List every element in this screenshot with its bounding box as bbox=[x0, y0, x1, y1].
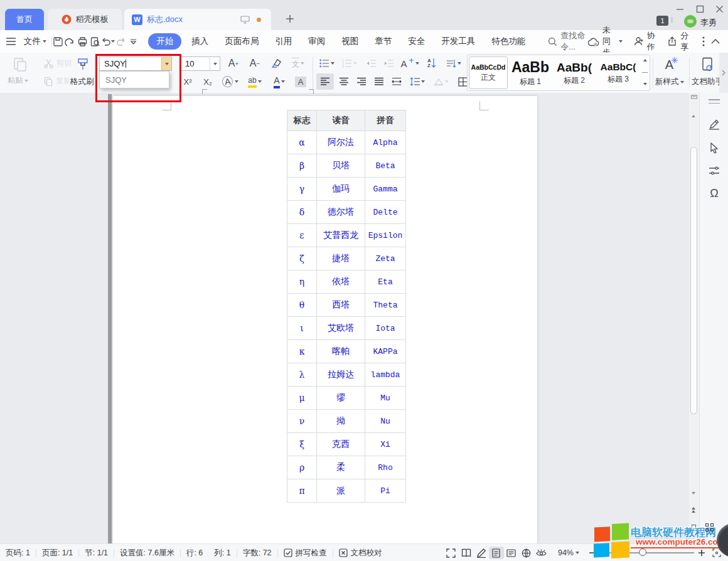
font-suggestion-item[interactable]: SJQY bbox=[100, 75, 127, 85]
font-name-dropdown-icon[interactable] bbox=[161, 57, 171, 70]
shading-icon[interactable] bbox=[431, 73, 452, 90]
reading-cell[interactable]: 德尔塔 bbox=[317, 201, 365, 224]
reading-cell[interactable]: 贝塔 bbox=[317, 154, 365, 178]
table-row[interactable]: η依塔Eta bbox=[287, 270, 406, 294]
close-button[interactable] bbox=[711, 3, 727, 14]
table-row[interactable]: λ拉姆达lambda bbox=[287, 363, 406, 387]
avatar[interactable] bbox=[684, 15, 697, 28]
reading-cell[interactable]: 伽玛 bbox=[317, 178, 365, 201]
font-size-combo[interactable]: 10 bbox=[180, 56, 220, 71]
document-page[interactable]: 标志读音拼音 α阿尔法Alphaβ贝塔Betaγ伽玛Gammaδ德尔塔Delte… bbox=[113, 96, 537, 543]
menu-tab-review[interactable]: 审阅 bbox=[302, 36, 331, 47]
sidebar-drag-handle[interactable] bbox=[709, 99, 720, 104]
vertical-scrollbar[interactable] bbox=[689, 93, 699, 543]
numbered-list-icon[interactable]: 123 bbox=[340, 55, 359, 72]
thumbnail-grid-icon[interactable] bbox=[705, 523, 715, 533]
pinyin-cell[interactable]: KAPPa bbox=[365, 340, 406, 363]
menu-tab-references[interactable]: 引用 bbox=[269, 36, 298, 47]
zoom-slider[interactable] bbox=[600, 547, 694, 559]
new-style-icon[interactable]: A bbox=[658, 55, 685, 74]
decrease-font-icon[interactable]: A− bbox=[246, 55, 264, 72]
table-row[interactable]: α阿尔法Alpha bbox=[287, 131, 406, 154]
zoom-in-icon[interactable] bbox=[694, 547, 709, 559]
align-center-icon[interactable] bbox=[335, 73, 353, 90]
reading-cell[interactable]: 捷塔 bbox=[317, 247, 365, 270]
style-heading-1[interactable]: AaBb标题 1 bbox=[509, 56, 552, 89]
zoom-level[interactable]: 94% bbox=[549, 548, 585, 557]
menu-tab-special-features[interactable]: 特色功能 bbox=[485, 36, 532, 47]
web-view-icon[interactable] bbox=[519, 547, 534, 559]
sort-az-icon[interactable]: AZ bbox=[423, 55, 441, 72]
menu-tab-security[interactable]: 安全 bbox=[402, 36, 431, 47]
align-left-icon[interactable] bbox=[316, 73, 334, 90]
character-shading-icon[interactable]: A bbox=[292, 73, 309, 90]
highlight-color-icon[interactable]: ab bbox=[244, 73, 266, 90]
increase-indent-icon[interactable] bbox=[380, 55, 397, 72]
pinyin-cell[interactable]: Xi bbox=[365, 433, 406, 456]
new-tab-button[interactable] bbox=[284, 13, 296, 25]
scrollbar-thumb[interactable] bbox=[690, 147, 697, 414]
doc-assistant-icon[interactable] bbox=[694, 55, 722, 74]
table-row[interactable]: π派Pi bbox=[287, 479, 406, 503]
menu-tab-section[interactable]: 章节 bbox=[368, 36, 398, 47]
table-row[interactable]: μ缪Mu bbox=[287, 387, 406, 410]
scroll-up-icon[interactable] bbox=[692, 105, 695, 115]
bullet-list-icon[interactable] bbox=[318, 55, 336, 72]
style-scroll-down-icon[interactable] bbox=[643, 83, 647, 85]
previous-page-icon[interactable] bbox=[692, 507, 695, 513]
new-style-button[interactable]: 新样式 bbox=[655, 77, 684, 87]
scroll-down-icon[interactable] bbox=[692, 494, 695, 504]
menu-tab-dev-tools[interactable]: 开发工具 bbox=[435, 36, 481, 47]
table-row[interactable]: θ西塔Theta bbox=[287, 294, 406, 317]
reading-cell[interactable]: 克西 bbox=[317, 433, 365, 456]
print-icon[interactable] bbox=[77, 34, 89, 49]
table-row[interactable]: γ伽玛Gamma bbox=[287, 178, 406, 201]
pinyin-cell[interactable]: lambda bbox=[365, 363, 406, 387]
sidebar-select-cursor-icon[interactable] bbox=[707, 141, 722, 156]
pinyin-cell[interactable]: Epsilon bbox=[365, 224, 406, 247]
pinyin-cell[interactable]: Eta bbox=[365, 270, 406, 294]
paragraph-layout-icon[interactable] bbox=[443, 55, 464, 72]
ruler-toggle-icon[interactable] bbox=[691, 94, 697, 100]
eye-protection-icon[interactable] bbox=[534, 547, 549, 559]
pinyin-cell[interactable]: Pi bbox=[365, 479, 406, 503]
menu-tab-insert[interactable]: 插入 bbox=[185, 36, 215, 47]
pinyin-cell[interactable]: Theta bbox=[365, 294, 406, 317]
menu-tab-page-layout[interactable]: 页面布局 bbox=[218, 36, 265, 47]
reading-cell[interactable]: 艾普西龙 bbox=[317, 224, 365, 247]
reading-cell[interactable]: 阿尔法 bbox=[317, 131, 365, 154]
collapse-ribbon-icon[interactable] bbox=[709, 34, 722, 49]
symbol-cell[interactable]: η bbox=[287, 270, 317, 294]
sidebar-edit-pencil-icon[interactable] bbox=[707, 117, 722, 132]
select-browse-object-icon[interactable] bbox=[692, 525, 696, 529]
subscript-icon[interactable]: X₂ bbox=[198, 73, 217, 90]
sidebar-omega-symbol-icon[interactable]: Ω bbox=[707, 186, 722, 201]
proofread-button[interactable]: 文档校对 bbox=[333, 548, 388, 558]
tab-docer-templates[interactable]: 稻壳模板 bbox=[48, 9, 122, 30]
pinyin-cell[interactable]: Zeta bbox=[365, 247, 406, 270]
line-spacing-icon[interactable] bbox=[407, 73, 428, 90]
search-command-box[interactable]: 查找命令... bbox=[548, 30, 587, 53]
doc-assistant-button[interactable]: 文档助手 bbox=[692, 77, 723, 87]
read-mode-icon[interactable] bbox=[459, 547, 474, 559]
decrease-indent-icon[interactable] bbox=[363, 55, 379, 72]
zoom-slider-knob[interactable] bbox=[639, 548, 646, 556]
pinyin-cell[interactable]: Rho bbox=[365, 456, 406, 479]
symbol-cell[interactable]: ε bbox=[287, 224, 317, 247]
reading-cell[interactable]: 喀帕 bbox=[317, 340, 365, 363]
zoom-out-icon[interactable] bbox=[585, 547, 600, 559]
symbol-cell[interactable]: π bbox=[287, 479, 317, 503]
table-row[interactable]: ε艾普西龙Epsilon bbox=[287, 224, 406, 247]
table-row[interactable]: ξ克西Xi bbox=[287, 433, 406, 456]
reading-cell[interactable]: 艾欧塔 bbox=[317, 317, 365, 340]
symbol-cell[interactable]: θ bbox=[287, 294, 317, 317]
sidebar-settings-sliders-icon[interactable] bbox=[707, 163, 722, 178]
greek-letters-table[interactable]: 标志读音拼音 α阿尔法Alphaβ贝塔Betaγ伽玛Gammaδ德尔塔Delte… bbox=[287, 110, 406, 503]
justify-icon[interactable] bbox=[370, 73, 388, 90]
redo-icon[interactable] bbox=[115, 34, 127, 49]
style-heading-3[interactable]: AaBbC(标题 3 bbox=[597, 56, 640, 89]
table-row[interactable]: ι艾欧塔Iota bbox=[287, 317, 406, 340]
symbol-cell[interactable]: κ bbox=[287, 340, 317, 363]
menu-tab-home[interactable]: 开始 bbox=[148, 33, 181, 50]
style-gallery-scroll[interactable] bbox=[641, 56, 649, 88]
